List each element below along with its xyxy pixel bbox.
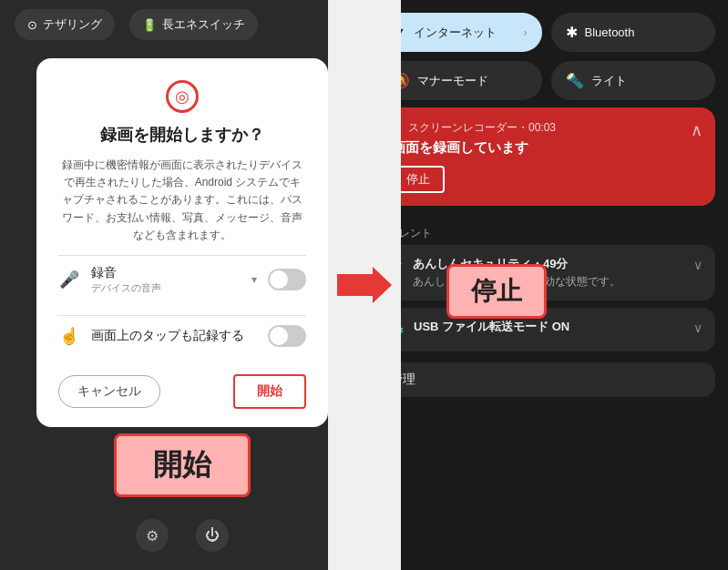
audio-label: 録音 — [91, 265, 241, 281]
record-dialog-icon: ◎ — [166, 80, 199, 113]
security-chevron: ∨ — [693, 258, 702, 272]
right-panel: ▼ インターネット › ✱ Bluetooth 🔕 マナーモード 🔦 ライト ◎… — [364, 0, 728, 570]
tethering-label: テザリング — [43, 16, 102, 33]
quick-settings: ▼ インターネット › ✱ Bluetooth 🔕 マナーモード 🔦 ライト — [364, 0, 728, 107]
flashlight-icon: 🔦 — [566, 72, 584, 89]
tap-icon: ☝ — [58, 326, 80, 346]
settings-icon[interactable]: ⚙ — [136, 519, 169, 552]
usb-chevron: ∨ — [693, 321, 702, 335]
dialog-body: 録画中に機密情報が画面に表示されたりデバイスで再生されたりした場合、Androi… — [58, 157, 306, 244]
qs-row-1: ▼ インターネット › ✱ Bluetooth — [377, 13, 715, 52]
stop-overlay: 停止 — [446, 264, 547, 319]
qs-row-2: 🔕 マナーモード 🔦 ライト — [377, 61, 715, 100]
recorder-chevron: ∧ — [691, 120, 702, 140]
usb-notification[interactable]: ⚙ USB ファイル転送モード ON ∨ — [377, 308, 715, 351]
top-bar: ⊙ テザリング 🔋 長エネスイッチ — [0, 0, 364, 49]
screen-recorder-notification: ◎ スクリーンレコーダー・00:03 画面を録画しています 停止 ∧ — [377, 107, 715, 206]
manage-button[interactable]: 管理 — [377, 362, 715, 397]
battery-saver-tile[interactable]: 🔋 長エネスイッチ — [129, 9, 258, 40]
tap-toggle[interactable] — [268, 325, 306, 347]
dialog-buttons: キャンセル 開始 — [58, 374, 306, 409]
cancel-button[interactable]: キャンセル — [58, 375, 160, 408]
recorder-header: ◎ スクリーンレコーダー・00:03 — [392, 120, 701, 136]
recorder-header-text: スクリーンレコーダー・00:03 — [408, 120, 556, 136]
audio-sub: デバイスの音声 — [91, 281, 241, 295]
internet-tile[interactable]: ▼ インターネット › — [377, 13, 542, 52]
left-panel: ⊙ テザリング 🔋 長エネスイッチ ◎ 録画を開始しますか？ 録画中に機密情報が… — [0, 0, 364, 570]
tap-option: ☝ 画面上のタップも記録する — [58, 315, 306, 356]
internet-label: インターネット — [414, 25, 497, 41]
recorder-title: 画面を録画しています — [392, 139, 701, 157]
dropdown-arrow: ▾ — [251, 273, 257, 286]
tethering-tile[interactable]: ⊙ テザリング — [15, 9, 115, 40]
usb-content: USB ファイル転送モード ON — [414, 319, 684, 337]
bluetooth-label: Bluetooth — [585, 25, 635, 39]
start-overlay: 開始 — [114, 433, 251, 497]
flashlight-label: ライト — [591, 73, 627, 89]
battery-label: 長エネスイッチ — [162, 16, 245, 33]
silent-label: マナーモード — [417, 73, 488, 89]
flashlight-tile[interactable]: 🔦 ライト — [551, 61, 716, 100]
bluetooth-icon: ✱ — [566, 24, 578, 41]
bottom-icons-bar: ⚙ ⏻ — [0, 519, 364, 552]
start-button[interactable]: 開始 — [233, 374, 306, 409]
notif-section-label: サイレント — [377, 219, 715, 245]
dialog-title: 録画を開始しますか？ — [100, 124, 264, 146]
silent-tile[interactable]: 🔕 マナーモード — [377, 61, 542, 100]
audio-option-text: 録音 デバイスの音声 — [91, 265, 241, 295]
right-arrow-icon — [337, 267, 392, 303]
bluetooth-tile[interactable]: ✱ Bluetooth — [551, 13, 716, 52]
power-icon[interactable]: ⏻ — [196, 519, 229, 552]
arrow-section — [328, 0, 401, 570]
audio-toggle[interactable] — [268, 269, 306, 290]
mic-icon: 🎤 — [58, 270, 80, 290]
tap-option-text: 画面上のタップも記録する — [91, 328, 257, 344]
tethering-icon: ⊙ — [27, 18, 37, 32]
battery-icon: 🔋 — [142, 18, 157, 32]
audio-option: 🎤 録音 デバイスの音声 ▾ — [58, 255, 306, 304]
internet-arrow: › — [524, 26, 528, 39]
usb-title: USB ファイル転送モード ON — [414, 319, 684, 335]
record-dialog: ◎ 録画を開始しますか？ 録画中に機密情報が画面に表示されたりデバイスで再生され… — [36, 58, 328, 427]
tap-label: 画面上のタップも記録する — [91, 328, 257, 344]
audio-select[interactable]: ▾ — [251, 273, 257, 286]
